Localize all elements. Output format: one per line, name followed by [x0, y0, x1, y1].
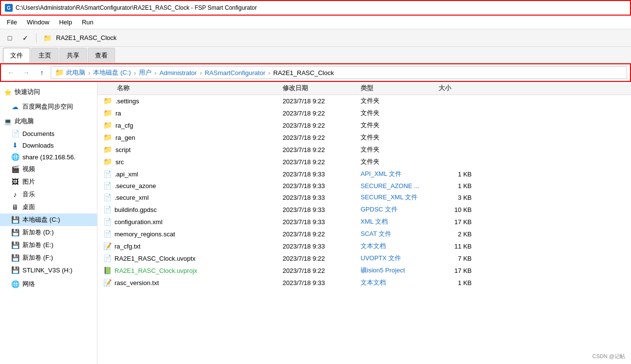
file-icon-8: 📄	[103, 193, 112, 201]
sidebar-item-桌面[interactable]: 🖥桌面	[0, 201, 97, 213]
file-name-label-4: script	[115, 146, 131, 153]
path-segment-1[interactable]: 本地磁盘 (C:)	[93, 68, 131, 77]
file-date-cell-13: 2023/7/18 9:22	[283, 255, 361, 262]
sidebar-item-新加卷_D[interactable]: 💾新加卷 (D:)	[0, 226, 97, 239]
path-segment-3[interactable]: Administrator	[159, 69, 197, 77]
file-name-label-3: ra_gen	[115, 134, 135, 141]
sidebar-icon-0-2: 📄	[11, 130, 19, 137]
file-icon-14: 📗	[103, 267, 112, 274]
sidebar-item-百度网盘同步空间[interactable]: ☁百度网盘同步空间	[0, 100, 97, 113]
sidebar-label-1-2: Downloads	[22, 142, 54, 149]
path-sep-1: ›	[88, 69, 90, 77]
sidebar-item-新加卷_F[interactable]: 💾新加卷 (F:)	[0, 251, 97, 264]
sidebar-label-6-2: 桌面	[22, 203, 35, 211]
sidebar-item-新加卷_E[interactable]: 💾新加卷 (E:)	[0, 239, 97, 251]
tab-文件[interactable]: 文件	[3, 48, 30, 63]
file-name-cell-11: 📄memory_regions.scat	[97, 230, 283, 238]
file-name-cell-0: 📁.settings	[97, 96, 283, 105]
file-row-14[interactable]: 📗RA2E1_RASC_Clock.uvprojx2023/7/18 9:22礦…	[97, 265, 631, 277]
tab-主页[interactable]: 主页	[31, 48, 58, 63]
file-icon-3: 📁	[103, 133, 113, 142]
file-name-cell-15: 📝rasc_version.txt	[97, 279, 283, 287]
sidebar-item-视频[interactable]: 🎬视频	[0, 163, 97, 175]
sidebar-item-share_19216856[interactable]: 🌐share (192.168.56.	[0, 151, 97, 163]
tab-查看[interactable]: 查看	[88, 48, 115, 63]
file-name-cell-9: 📄buildinfo.gpdsc	[97, 206, 283, 213]
sidebar-item-STLINK_V3S_H[interactable]: 💾STLINK_V3S (H:)	[0, 264, 97, 276]
menu-item-run[interactable]: Run	[77, 17, 98, 28]
file-type-cell-4: 文件夹	[361, 145, 439, 154]
file-name-label-6: .api_xml	[115, 171, 138, 178]
file-row-6[interactable]: 📄.api_xml2023/7/18 9:33API_XML 文件1 KB	[97, 168, 631, 180]
sidebar-icon-7-2: 💾	[11, 216, 19, 224]
nav-up-btn[interactable]: ↑	[35, 66, 49, 79]
file-icon-1: 📁	[103, 109, 113, 117]
file-name-cell-8: 📄.secure_xml	[97, 193, 283, 201]
file-icon-6: 📄	[103, 170, 112, 178]
file-type-cell-3: 文件夹	[361, 133, 439, 142]
file-name-cell-1: 📁ra	[97, 109, 283, 117]
file-row-1[interactable]: 📁ra2023/7/18 9:22文件夹	[97, 107, 631, 119]
file-date-cell-3: 2023/7/18 9:22	[283, 134, 361, 141]
file-name-label-5: src	[115, 158, 124, 166]
sidebar-item-图片[interactable]: 🖼图片	[0, 175, 97, 188]
file-row-3[interactable]: 📁ra_gen2023/7/18 9:22文件夹	[97, 132, 631, 144]
tab-共享[interactable]: 共享	[59, 48, 87, 63]
file-name-label-14: RA2E1_RASC_Clock.uvprojx	[115, 267, 197, 274]
toolbar-folder-name: RA2E1_RASC_Clock	[56, 34, 116, 41]
toolbar-check-btn[interactable]: ✓	[19, 31, 32, 45]
sidebar-item-网络[interactable]: 🌐网络	[0, 278, 97, 290]
file-date-cell-10: 2023/7/18 9:33	[283, 218, 361, 226]
file-size-cell-11: 2 KB	[439, 230, 478, 238]
file-row-5[interactable]: 📁src2023/7/18 9:22文件夹	[97, 156, 631, 168]
path-segment-0[interactable]: 此电脑	[66, 68, 85, 77]
watermark: CSDN @记帖	[593, 353, 625, 360]
file-icon-7: 📄	[103, 182, 112, 190]
sidebar-icon-3-2: 🎬	[11, 165, 19, 173]
menu-bar: FileWindowHelpRun	[0, 16, 631, 29]
file-row-8[interactable]: 📄.secure_xml2023/7/18 9:33SECURE_XML 文件3…	[97, 192, 631, 204]
file-size-cell-14: 17 KB	[439, 267, 478, 274]
sidebar-label-11-2: STLINK_V3S (H:)	[22, 267, 73, 274]
sidebar-section-2: 💻此电脑📄Documents⬇Downloads🌐share (192.168.…	[0, 115, 97, 276]
file-type-cell-2: 文件夹	[361, 121, 439, 130]
file-type-cell-9: GPDSC 文件	[361, 205, 439, 214]
menu-item-file[interactable]: File	[2, 17, 22, 28]
nav-back-btn[interactable]: ←	[4, 66, 18, 79]
file-row-10[interactable]: 📄configuration.xml2023/7/18 9:33XML 文档17…	[97, 216, 631, 228]
sidebar-item-本地磁盘_C[interactable]: 💾本地磁盘 (C:)	[0, 213, 97, 226]
file-name-label-12: ra_cfg.txt	[115, 243, 140, 250]
file-row-11[interactable]: 📄memory_regions.scat2023/7/18 9:22SCAT 文…	[97, 228, 631, 240]
sidebar-label-4-2: 图片	[22, 177, 35, 186]
file-name-label-0: .settings	[115, 97, 139, 105]
file-row-9[interactable]: 📄buildinfo.gpdsc2023/7/18 9:33GPDSC 文件10…	[97, 204, 631, 216]
menu-item-window[interactable]: Window	[22, 17, 54, 28]
file-size-cell-9: 10 KB	[439, 206, 478, 213]
sidebar-header-label-2: 此电脑	[15, 117, 34, 126]
file-name-label-13: RA2E1_RASC_Clock.uvoptx	[115, 255, 195, 262]
sidebar-section-3: 🌐网络	[0, 278, 97, 290]
sidebar-item-Downloads[interactable]: ⬇Downloads	[0, 139, 97, 151]
file-type-cell-6: API_XML 文件	[361, 170, 439, 178]
sidebar-section-1: ☁百度网盘同步空间	[0, 100, 97, 113]
sidebar-item-Documents[interactable]: 📄Documents	[0, 128, 97, 139]
nav-forward-btn[interactable]: →	[19, 66, 33, 79]
sidebar-icon-1-2: ⬇	[11, 141, 19, 149]
toolbar-back-btn[interactable]: □	[3, 31, 17, 45]
sidebar-icon-9-2: 💾	[11, 241, 19, 249]
path-segment-4[interactable]: RASmartConfigurator	[205, 69, 265, 77]
file-row-0[interactable]: 📁.settings2023/7/18 9:22文件夹	[97, 95, 631, 107]
path-segment-2[interactable]: 用户	[139, 68, 152, 77]
file-size-cell-8: 3 KB	[439, 194, 478, 201]
file-row-2[interactable]: 📁ra_cfg2023/7/18 9:22文件夹	[97, 119, 631, 132]
file-row-7[interactable]: 📄.secure_azone2023/7/18 9:33SECURE_AZONE…	[97, 180, 631, 192]
file-row-4[interactable]: 📁script2023/7/18 9:22文件夹	[97, 144, 631, 156]
path-sep-4: ›	[200, 69, 202, 77]
menu-item-help[interactable]: Help	[54, 17, 77, 28]
file-type-cell-15: 文本文档	[361, 278, 439, 287]
file-row-15[interactable]: 📝rasc_version.txt2023/7/18 9:33文本文档1 KB	[97, 277, 631, 289]
file-row-13[interactable]: 📄RA2E1_RASC_Clock.uvoptx2023/7/18 9:22UV…	[97, 252, 631, 265]
file-row-12[interactable]: 📝ra_cfg.txt2023/7/18 9:33文本文档11 KB	[97, 240, 631, 252]
sidebar-item-音乐[interactable]: ♪音乐	[0, 188, 97, 201]
sidebar-header-label-0: 快速访问	[15, 88, 40, 96]
